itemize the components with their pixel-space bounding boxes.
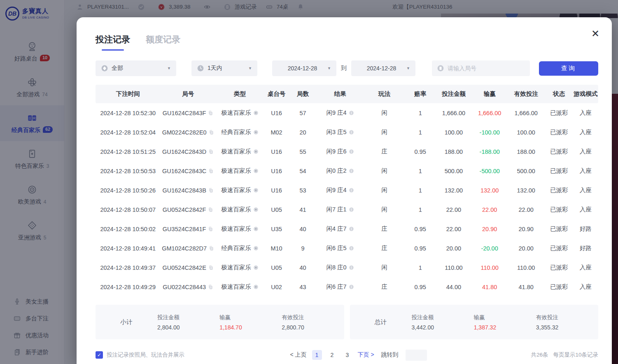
cell-result-text: 闲0 庄2 — [326, 167, 346, 175]
cell-play: 闲 — [364, 167, 405, 175]
cell-game-type-text: 极速百家乐 — [221, 283, 251, 291]
copy-icon[interactable] — [208, 207, 213, 212]
play-icon[interactable] — [253, 168, 259, 174]
info-icon[interactable] — [349, 149, 354, 154]
play-icon[interactable] — [253, 284, 259, 290]
play-icon[interactable] — [253, 149, 259, 154]
copy-icon[interactable] — [208, 284, 213, 290]
copy-icon[interactable] — [209, 130, 214, 135]
play-icon[interactable] — [253, 265, 259, 270]
cell-table-text: U02 — [271, 284, 282, 290]
cell-table-text: U16 — [271, 168, 282, 174]
cell-round-count: 20 — [289, 129, 317, 136]
cell-status: 已派彩 — [545, 283, 573, 291]
play-icon[interactable] — [253, 246, 259, 251]
info-icon[interactable] — [349, 265, 354, 270]
prev-page-button[interactable]: < 上页 — [290, 351, 306, 359]
subtotal-block: 小计 投注金额 2,804.00 输赢 1,184.70 有效投注 2,800.… — [96, 305, 344, 339]
cell-result-text: 闲9 庄4 — [326, 109, 346, 117]
info-icon[interactable] — [349, 168, 354, 174]
date-to-picker[interactable]: 2024-12-28 ▼ — [351, 60, 415, 76]
info-icon[interactable] — [349, 246, 354, 251]
cell-play: 闲 — [364, 128, 405, 136]
copy-icon[interactable] — [208, 265, 214, 270]
merge-option: ✓ 投注记录按照局、玩法合并展示 — [96, 351, 184, 359]
info-icon[interactable] — [349, 110, 354, 116]
cell-game-type-text: 极速百家乐 — [221, 206, 251, 213]
tab-bet-records[interactable]: 投注记录 — [96, 34, 130, 51]
info-icon[interactable] — [349, 130, 354, 135]
cell-time-text: 2024-12-28 10:49:37 — [100, 264, 156, 271]
query-button[interactable]: 查询 — [539, 61, 598, 76]
copy-icon[interactable] — [208, 110, 213, 116]
chevron-down-icon: ▼ — [406, 66, 410, 70]
cell-result: 闲7 庄1 — [317, 206, 364, 213]
cell-odds-text: 0.95 — [415, 245, 426, 252]
cell-mode: 入座 — [573, 109, 598, 117]
info-icon[interactable] — [349, 226, 354, 232]
cell-odds-text: 1 — [419, 110, 422, 116]
copy-icon[interactable] — [208, 149, 214, 154]
cell-mode: 入座 — [573, 283, 598, 291]
cell-bet-text: 500.00 — [445, 168, 463, 174]
page-button-1[interactable]: 1 — [312, 350, 322, 360]
clock-icon — [197, 65, 204, 72]
cell-valid: 20.00 — [507, 245, 545, 252]
cell-bet-text: 44.00 — [446, 284, 461, 290]
cell-time: 2024-12-28 10:49:29 — [96, 284, 161, 290]
cell-valid-text: 110.00 — [517, 264, 535, 271]
cell-result-text: 闲3 庄5 — [326, 128, 346, 136]
cell-game-type: 经典百家乐 — [216, 244, 264, 252]
cell-game-type-text: 经典百家乐 — [221, 244, 251, 252]
info-icon[interactable] — [349, 284, 354, 290]
play-icon[interactable] — [253, 188, 259, 193]
cell-mode-text: 入座 — [580, 148, 592, 155]
cell-winloss-text: -188.00 — [480, 148, 500, 155]
date-from-picker[interactable]: 2024-12-28 ▼ — [272, 60, 336, 76]
jump-to-input[interactable] — [406, 350, 427, 361]
page-button-3[interactable]: 3 — [343, 350, 352, 360]
cell-table-text: U05 — [271, 206, 282, 213]
close-icon[interactable]: ✕ — [591, 29, 599, 39]
cell-status-text: 已派彩 — [550, 264, 568, 271]
total-winloss-value: 1,387.32 — [474, 324, 536, 331]
cell-valid: 110.00 — [507, 264, 545, 271]
info-icon[interactable] — [349, 207, 354, 212]
copy-icon[interactable] — [208, 168, 214, 174]
cell-round-id: GU1624C2843F — [161, 110, 216, 116]
cell-time-text: 2024-12-28 10:50:53 — [100, 168, 156, 174]
subtotal-bet-label: 投注金额 — [157, 314, 219, 321]
page-button-2[interactable]: 2 — [327, 350, 337, 360]
cell-play-text: 闲 — [381, 186, 387, 194]
next-page-button[interactable]: 下页 > — [358, 351, 374, 359]
cell-round-count-text: 54 — [300, 168, 306, 174]
cell-table: U16 — [264, 168, 289, 174]
round-search-input[interactable] — [448, 65, 525, 72]
cell-game-type-text: 极速百家乐 — [221, 186, 251, 194]
time-range-select[interactable]: 1天内 ▼ — [191, 60, 257, 76]
cell-round-count: 40 — [289, 226, 317, 232]
play-icon[interactable] — [253, 130, 259, 135]
total-winloss: 输赢 1,387.32 — [474, 314, 536, 331]
cell-valid-text: 132.00 — [517, 187, 535, 194]
play-icon[interactable] — [253, 226, 259, 232]
info-icon[interactable] — [349, 188, 354, 193]
cell-odds: 1 — [405, 206, 435, 213]
merge-checkbox[interactable]: ✓ — [96, 351, 103, 359]
cell-status-text: 已派彩 — [550, 148, 568, 155]
table-row: 2024-12-28 10:52:04GM0224C282E0经典百家乐M022… — [96, 123, 598, 142]
play-icon[interactable] — [253, 207, 259, 212]
total-valid: 有效投注 3,355.32 — [536, 314, 598, 331]
copy-icon[interactable] — [208, 226, 213, 232]
round-doc-icon — [437, 65, 444, 72]
records-per-page: 每页显示10条记录 — [553, 351, 598, 359]
play-icon[interactable] — [253, 110, 259, 116]
tab-quota-records[interactable]: 额度记录 — [146, 34, 180, 51]
cell-round-id-text: GU0524C2842F — [163, 206, 206, 213]
cell-bet: 1,666.00 — [435, 110, 472, 116]
game-type-select[interactable]: 全部 ▼ — [96, 60, 176, 76]
cell-odds-text: 1 — [419, 264, 422, 271]
copy-icon[interactable] — [209, 246, 214, 251]
cell-play-text: 庄 — [381, 148, 387, 155]
copy-icon[interactable] — [208, 188, 214, 193]
